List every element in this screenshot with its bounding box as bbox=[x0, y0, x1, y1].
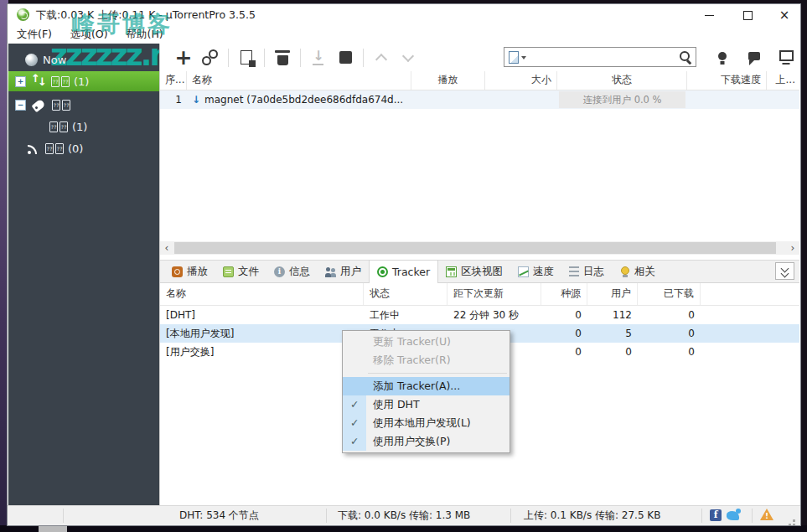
sidebar-item-4[interactable]: ????(0) bbox=[8, 138, 159, 158]
maximize-button[interactable] bbox=[733, 4, 762, 26]
tracker-column-header-0[interactable]: 名称 bbox=[160, 283, 364, 305]
sidebar-item-3[interactable]: ????(1) bbox=[8, 116, 159, 137]
warning-icon[interactable] bbox=[760, 509, 773, 520]
torrent-column-header-4[interactable]: 状态 bbox=[557, 71, 687, 90]
missing-glyph-box: ?? bbox=[55, 143, 64, 154]
toolbar-separator bbox=[363, 49, 364, 67]
statusbar-separator bbox=[63, 509, 64, 523]
toolbar-separator bbox=[228, 49, 229, 67]
checkmark-icon: ✓ bbox=[350, 395, 359, 414]
tracker-row-0[interactable]: [DHT]工作中22 分钟 30 秒01120 bbox=[160, 306, 799, 324]
search-scope-icon[interactable] bbox=[509, 51, 519, 64]
tab-文件[interactable]: 文件 bbox=[215, 261, 266, 282]
utorrent-logo-icon bbox=[17, 8, 29, 21]
create-torrent-icon[interactable] bbox=[235, 47, 257, 69]
torrent-column-header-5[interactable]: 下载速度 bbox=[687, 71, 767, 90]
files-icon bbox=[223, 266, 234, 277]
checkmark-icon: ✓ bbox=[350, 432, 359, 451]
item-count: (1) bbox=[74, 75, 89, 88]
sidebar-item-1[interactable]: +????(1) bbox=[8, 71, 159, 91]
menu-item-label: 使用 DHT bbox=[373, 398, 420, 411]
missing-glyph-box: ?? bbox=[51, 76, 59, 87]
add-torrent-icon[interactable] bbox=[173, 47, 194, 69]
tracker-column-header-1[interactable]: 状态 bbox=[364, 283, 447, 305]
menu-item-label: 使用本地用户发现(L) bbox=[373, 416, 471, 429]
scroll-left-icon[interactable]: ‹ bbox=[160, 241, 173, 255]
twitter-icon[interactable] bbox=[727, 511, 739, 520]
remove-icon[interactable] bbox=[272, 47, 293, 69]
horizontal-scrollbar[interactable]: ‹ › bbox=[160, 241, 799, 255]
tracker-cell: 0 bbox=[638, 343, 701, 361]
context-menu-item-6[interactable]: ✓使用用户交换(P) bbox=[343, 432, 510, 451]
tracker-cell: 0 bbox=[587, 343, 638, 361]
tracker-cell: 0 bbox=[541, 324, 587, 343]
tracker-cell: 0 bbox=[541, 343, 587, 361]
resize-grip[interactable] bbox=[793, 519, 795, 522]
missing-glyph-box: ?? bbox=[49, 121, 58, 132]
menu-item-label: 使用用户交换(P) bbox=[373, 435, 450, 447]
devices-icon[interactable] bbox=[775, 47, 797, 69]
torrent-column-header-2[interactable]: 播放 bbox=[411, 71, 485, 90]
torrent-row[interactable]: 1↓magnet (7a0de5bd2dee686dfda674d...连接到用… bbox=[160, 90, 799, 109]
tracker-column-header-2[interactable]: 距下次更新 bbox=[447, 283, 541, 305]
context-menu-item-3[interactable]: 添加 Tracker(A)... bbox=[343, 377, 510, 395]
minimize-button[interactable] bbox=[695, 4, 723, 26]
tab-label: 播放 bbox=[187, 265, 208, 279]
pieces-icon bbox=[446, 266, 457, 277]
tab-信息[interactable]: 信息 bbox=[266, 261, 318, 282]
chevron-down-icon bbox=[781, 270, 789, 278]
bulb-icon[interactable] bbox=[711, 47, 733, 69]
tracker-column-header-4[interactable]: 用户 bbox=[587, 283, 638, 305]
tab-label: 相关 bbox=[634, 265, 655, 279]
item-count: (0) bbox=[68, 142, 83, 155]
tab-label: Tracker bbox=[392, 266, 430, 278]
torrent-column-header-0[interactable]: 序... bbox=[160, 71, 187, 90]
add-link-icon[interactable] bbox=[199, 47, 221, 69]
titlebar[interactable]: 下载:0.03 K 上传:0.11 K - µTorrentPro 3.5.5 … bbox=[8, 4, 800, 26]
statusbar-separator bbox=[510, 509, 511, 523]
menu-item-1[interactable]: 选项(O) bbox=[61, 26, 117, 44]
toolbar-separator bbox=[264, 49, 265, 67]
torrent-name-cell[interactable]: ↓magnet (7a0de5bd2dee686dfda674d... bbox=[187, 90, 411, 109]
menu-item-2[interactable]: 帮助(H) bbox=[117, 26, 173, 44]
scroll-right-icon[interactable]: › bbox=[786, 241, 799, 255]
sidebar-item-0[interactable]: Now bbox=[8, 49, 159, 70]
context-menu-item-4[interactable]: ✓使用 DHT bbox=[343, 395, 510, 414]
tab-区块视图[interactable]: 区块视图 bbox=[438, 261, 510, 282]
chat-icon[interactable] bbox=[743, 47, 765, 69]
search-input[interactable] bbox=[526, 49, 676, 65]
tab-tracker[interactable]: Tracker bbox=[369, 260, 438, 283]
tracker-cell: 0 bbox=[638, 324, 701, 343]
torrent-column-header-1[interactable]: 名称 bbox=[187, 71, 411, 90]
search-icon[interactable] bbox=[676, 48, 695, 66]
context-menu-item-5[interactable]: ✓使用本地用户发现(L) bbox=[343, 414, 510, 432]
tab-日志[interactable]: 日志 bbox=[561, 261, 612, 282]
tab-相关[interactable]: 相关 bbox=[612, 261, 663, 282]
tracker-column-header-3[interactable]: 种源 bbox=[541, 283, 587, 305]
tab-用户[interactable]: 用户 bbox=[318, 261, 369, 282]
sidebar-item-2[interactable]: −???? bbox=[8, 95, 159, 115]
menu-item-0[interactable]: 文件(F) bbox=[8, 26, 61, 44]
tab-播放[interactable]: 播放 bbox=[164, 261, 215, 282]
tracker-icon bbox=[377, 266, 388, 277]
facebook-icon[interactable]: f bbox=[710, 509, 722, 521]
torrent-number: 1 bbox=[160, 90, 187, 109]
scrollbar-thumb[interactable] bbox=[174, 242, 776, 254]
stop-icon[interactable] bbox=[334, 47, 356, 69]
tracker-cell: [本地用户发现] bbox=[160, 324, 364, 343]
close-button[interactable]: × bbox=[770, 4, 799, 26]
torrent-list-header: 序...名称播放大小状态下载速度上... bbox=[160, 71, 799, 90]
collapse-panel-button[interactable] bbox=[775, 262, 794, 280]
expander-icon[interactable]: + bbox=[15, 76, 26, 87]
torrent-column-header-6[interactable]: 上... bbox=[767, 71, 799, 90]
tracker-column-header-5[interactable]: 已下载 bbox=[638, 283, 701, 305]
tracker-table-header: 名称状态距下次更新种源用户已下载 bbox=[160, 283, 799, 306]
torrent-column-header-3[interactable]: 大小 bbox=[485, 71, 557, 90]
speed-icon bbox=[518, 266, 529, 277]
tab-速度[interactable]: 速度 bbox=[510, 261, 561, 282]
tab-label: 日志 bbox=[583, 265, 604, 279]
related-bulb-icon bbox=[619, 266, 630, 277]
tracker-cell: [DHT] bbox=[160, 306, 364, 324]
expander-icon[interactable]: − bbox=[15, 100, 26, 111]
tab-label: 速度 bbox=[533, 265, 554, 279]
